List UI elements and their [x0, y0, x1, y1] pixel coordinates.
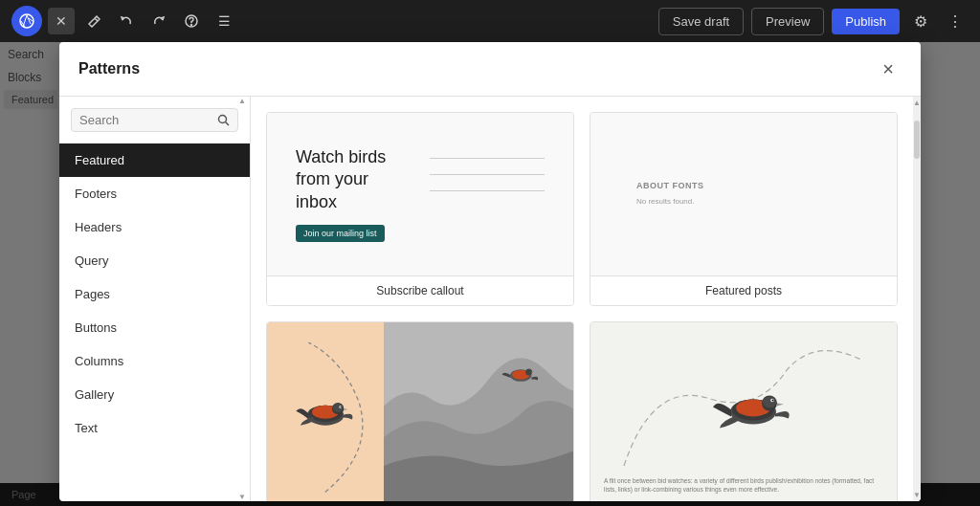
modal-header: Patterns ×: [59, 42, 921, 97]
category-item-gallery[interactable]: Gallery: [59, 378, 250, 411]
fp-title: ABOUT FONTS: [636, 181, 851, 190]
subscribe-line-2: [430, 174, 545, 175]
help-button[interactable]: [178, 8, 205, 34]
category-list: Featured Footers Headers Query Pages But…: [59, 143, 250, 501]
toolbar-right: Save draft Preview Publish ⚙ ⋮: [658, 8, 969, 35]
category-item-buttons[interactable]: Buttons: [59, 311, 250, 344]
scrollbar-thumb: [914, 121, 920, 159]
patterns-modal: Patterns ×: [59, 42, 921, 501]
search-input[interactable]: [79, 113, 212, 127]
subscribe-line-1: [430, 158, 545, 159]
svg-point-10: [340, 407, 341, 407]
redo-button[interactable]: [145, 8, 172, 34]
more-options-icon[interactable]: ⋮: [942, 8, 969, 34]
svg-point-8: [333, 404, 344, 412]
pattern-preview-subscribe: Watch birdsfrom your inbox Join our mail…: [267, 113, 573, 275]
pattern-preview-bird-collage: [267, 322, 573, 501]
search-icon-button[interactable]: [217, 114, 230, 126]
category-item-columns[interactable]: Columns: [59, 344, 250, 378]
search-input-wrap[interactable]: [71, 108, 238, 132]
modal-scrollbar[interactable]: [913, 97, 921, 501]
search-wrapper: [59, 97, 250, 143]
pattern-preview-bird-flight: A flit once between bid watches: a varie…: [590, 322, 897, 501]
category-item-pages[interactable]: Pages: [59, 277, 250, 311]
preview-button[interactable]: Preview: [751, 8, 824, 35]
menu-button[interactable]: ☰: [211, 8, 237, 34]
subscribe-button-preview: Join our mailing list: [296, 225, 385, 242]
pattern-card-subscribe[interactable]: Watch birdsfrom your inbox Join our mail…: [266, 112, 574, 306]
category-item-featured[interactable]: Featured: [59, 143, 250, 177]
pattern-card-bird-collage[interactable]: [266, 321, 574, 501]
modal-overlay: Patterns ×: [0, 42, 980, 506]
subscribe-line-3: [430, 190, 545, 191]
pattern-label-featured-posts: Featured posts: [590, 275, 897, 305]
wp-logo: [11, 6, 42, 36]
pattern-preview-featured-posts: ABOUT FONTS No results found.: [590, 113, 897, 275]
pattern-card-bird-flight[interactable]: A flit once between bid watches: a varie…: [590, 321, 898, 501]
close-button[interactable]: ✕: [48, 8, 75, 34]
patterns-grid: Watch birdsfrom your inbox Join our mail…: [251, 97, 913, 501]
publish-button[interactable]: Publish: [832, 9, 900, 34]
undo-button[interactable]: [113, 8, 140, 34]
save-draft-button[interactable]: Save draft: [658, 8, 744, 35]
toolbar: ✕ ☰ Save draft Preview Publish ⚙ ⋮: [0, 0, 980, 42]
fp-body: No results found.: [636, 196, 851, 208]
patterns-sidebar: Featured Footers Headers Query Pages But…: [59, 97, 251, 501]
modal-title: Patterns: [78, 60, 875, 77]
modal-body: Featured Footers Headers Query Pages But…: [59, 97, 921, 501]
category-item-text[interactable]: Text: [59, 411, 250, 445]
subscribe-title: Watch birdsfrom your inbox: [296, 146, 411, 213]
edit-button[interactable]: [80, 8, 107, 34]
svg-point-2: [191, 25, 192, 26]
svg-point-3: [219, 116, 227, 123]
settings-icon[interactable]: ⚙: [907, 8, 934, 34]
category-item-query[interactable]: Query: [59, 244, 250, 277]
pattern-label-subscribe: Subscribe callout: [267, 275, 573, 305]
category-item-footers[interactable]: Footers: [59, 177, 250, 210]
bird-flight-caption: A flit once between bid watches: a varie…: [604, 476, 883, 495]
modal-close-button[interactable]: ×: [875, 55, 902, 82]
svg-point-21: [772, 399, 774, 401]
category-item-headers[interactable]: Headers: [59, 210, 250, 244]
svg-point-19: [763, 396, 776, 407]
pattern-card-featured-posts[interactable]: ABOUT FONTS No results found. Featured p…: [590, 112, 898, 306]
svg-point-14: [525, 369, 532, 376]
